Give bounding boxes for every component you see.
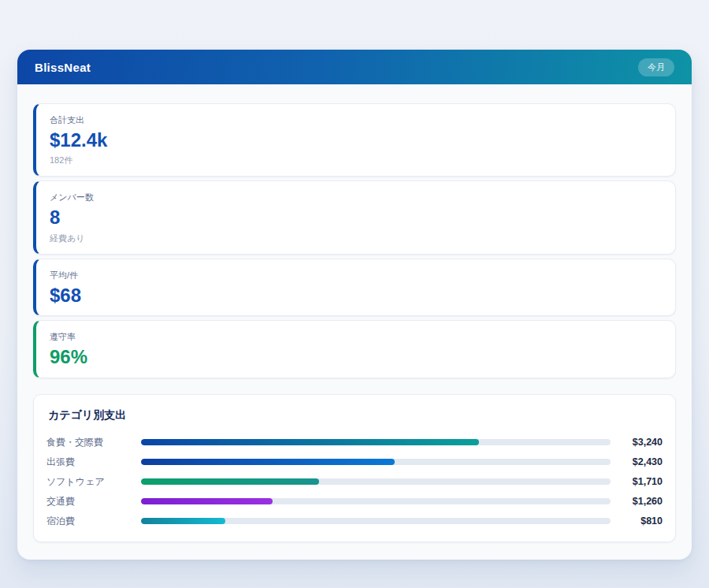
category-label: 交通費 [46, 495, 141, 508]
category-bar-track [141, 478, 611, 485]
dashboard-panel: BlissNeat 今月 合計支出 $12.4k 182件 メンバー数 8 経費… [17, 50, 692, 560]
category-row: 宿泊費 $810 [46, 512, 663, 531]
category-spend-card: カテゴリ別支出 食費・交際費 $3,240 出張費 $2,430 ソフトウェア … [33, 394, 676, 542]
period-badge[interactable]: 今月 [638, 58, 674, 76]
category-bar-track [141, 518, 611, 524]
category-value: $1,260 [618, 496, 663, 507]
category-row: 食費・交際費 $3,240 [46, 433, 663, 452]
stat-label: メンバー数 [50, 192, 662, 203]
stat-card-list: 合計支出 $12.4k 182件 メンバー数 8 経費あり 平均/件 $68 遵… [33, 103, 676, 378]
dashboard-content: 合計支出 $12.4k 182件 メンバー数 8 経費あり 平均/件 $68 遵… [17, 84, 692, 560]
category-section-title: カテゴリ別支出 [48, 408, 663, 422]
category-row: ソフトウェア $1,710 [46, 472, 663, 492]
category-bar-fill [141, 439, 479, 445]
stat-card: 合計支出 $12.4k 182件 [33, 103, 676, 177]
stat-value: 8 [50, 207, 662, 228]
stat-card: メンバー数 8 経費あり [33, 180, 676, 254]
category-label: ソフトウェア [46, 475, 141, 489]
stat-label: 平均/件 [50, 270, 662, 281]
stat-sub: 182件 [50, 154, 662, 166]
stat-sub: 経費あり [50, 233, 662, 244]
category-row: 交通費 $1,260 [46, 492, 663, 512]
category-bar-fill [141, 518, 225, 524]
category-label: 食費・交際費 [46, 436, 141, 449]
category-value: $3,240 [618, 437, 663, 448]
category-bar-track [141, 459, 611, 465]
stat-card: 遵守率 96% [33, 320, 676, 378]
category-value: $2,430 [618, 456, 663, 467]
app-header: BlissNeat 今月 [17, 50, 692, 84]
category-label: 宿泊費 [46, 515, 141, 528]
category-bar-fill [141, 498, 273, 504]
category-bar-track [141, 498, 611, 504]
category-label: 出張費 [46, 456, 141, 469]
stat-value: $68 [50, 285, 662, 306]
stat-label: 合計支出 [50, 114, 662, 126]
category-value: $810 [618, 515, 663, 527]
stat-value: 96% [50, 347, 662, 367]
category-bar-track [141, 439, 611, 445]
category-bar-fill [141, 478, 319, 485]
stat-value: $12.4k [50, 130, 662, 151]
app-title: BlissNeat [35, 61, 91, 74]
category-row-list: 食費・交際費 $3,240 出張費 $2,430 ソフトウェア $1,710 交… [46, 433, 663, 531]
stat-card: 平均/件 $68 [33, 259, 676, 316]
category-bar-fill [141, 459, 395, 465]
category-row: 出張費 $2,430 [46, 452, 663, 472]
stat-label: 遵守率 [50, 331, 662, 343]
category-value: $1,710 [618, 476, 663, 487]
